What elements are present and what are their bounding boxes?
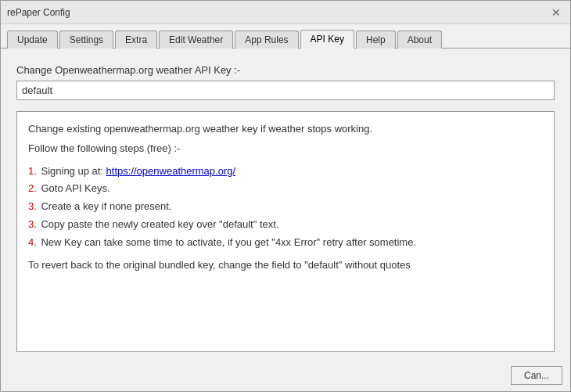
tab-api-key[interactable]: API Key [300, 30, 354, 49]
close-button[interactable]: ✕ [548, 5, 564, 20]
step-3b: 3. Copy paste the newly created key over… [28, 217, 543, 233]
step-4: 4. New Key can take some time to activat… [28, 235, 543, 251]
step-2: 2. Goto API Keys. [28, 181, 543, 197]
tab-about[interactable]: About [397, 31, 442, 49]
step-3a: 3. Create a key if none present. [28, 199, 543, 215]
tab-bar: Update Settings Extra Edit Weather App R… [1, 24, 570, 49]
info-line2: Follow the following steps (free) :- [28, 141, 543, 157]
tab-extra[interactable]: Extra [115, 31, 157, 49]
tab-help[interactable]: Help [356, 31, 396, 49]
cancel-button[interactable]: Can... [511, 366, 562, 385]
steps-container: 1. Signing up at: https://openweathermap… [28, 164, 543, 251]
info-box: Change existing openweathermap.org weath… [16, 111, 555, 352]
tab-app-rules[interactable]: App Rules [235, 31, 298, 49]
openweathermap-link[interactable]: https://openweathermap.org/ [106, 165, 236, 177]
tab-edit-weather[interactable]: Edit Weather [159, 31, 233, 49]
step-1: 1. Signing up at: https://openweathermap… [28, 164, 543, 180]
main-window: rePaper Config ✕ Update Settings Extra E… [0, 0, 571, 392]
info-line1: Change existing openweathermap.org weath… [28, 121, 543, 138]
api-key-label: Change Openweathermap.org weather API Ke… [16, 64, 555, 76]
footer: Can... [1, 360, 570, 391]
tab-settings[interactable]: Settings [59, 31, 113, 49]
revert-note: To revert back to the original bundled k… [28, 257, 543, 274]
tab-update[interactable]: Update [7, 31, 58, 49]
window-title: rePaper Config [7, 7, 70, 18]
title-bar: rePaper Config ✕ [1, 1, 570, 24]
api-key-input[interactable] [16, 81, 555, 100]
content-area: Change Openweathermap.org weather API Ke… [1, 49, 570, 360]
